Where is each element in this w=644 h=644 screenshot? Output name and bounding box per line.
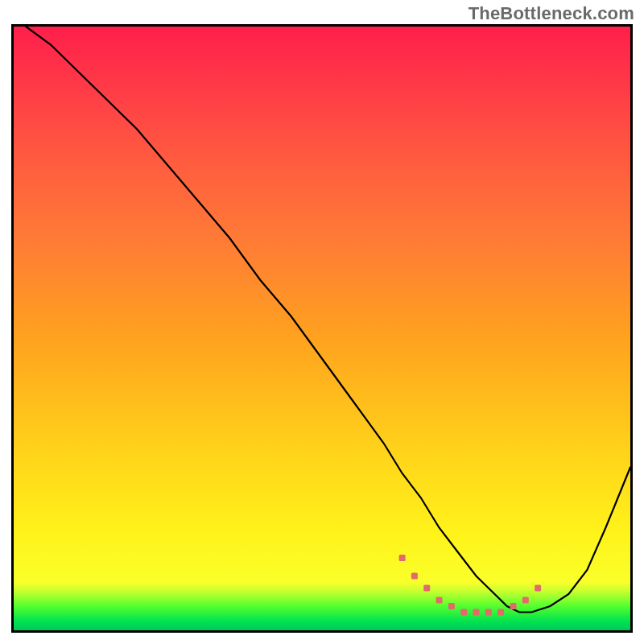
optimal-marker	[411, 573, 418, 580]
optimal-marker	[485, 609, 492, 616]
watermark-label: TheBottleneck.com	[469, 3, 634, 24]
optimal-marker	[535, 585, 541, 592]
bottleneck-curve-path	[26, 27, 630, 613]
optimal-marker	[460, 609, 467, 616]
optimal-marker	[448, 603, 455, 609]
optimal-marker	[436, 597, 443, 604]
plot-frame	[11, 24, 633, 633]
optimal-band-markers-group	[399, 555, 541, 616]
optimal-marker	[423, 585, 430, 592]
optimal-marker	[473, 609, 480, 616]
optimal-marker	[510, 603, 517, 609]
chart-svg	[14, 27, 630, 630]
optimal-marker	[497, 609, 504, 616]
optimal-marker	[399, 555, 406, 561]
optimal-marker	[522, 597, 529, 604]
chart-stage: TheBottleneck.com	[0, 0, 644, 644]
